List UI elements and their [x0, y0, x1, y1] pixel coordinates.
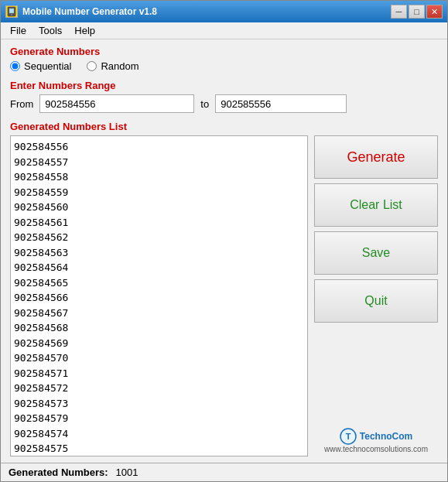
quit-button[interactable]: Quit — [314, 279, 438, 323]
menu-file[interactable]: File — [4, 23, 32, 38]
minimize-button[interactable]: ─ — [391, 5, 407, 19]
sequential-option[interactable]: Sequential — [10, 60, 71, 72]
range-row: From to — [10, 91, 438, 116]
generate-title: Generate Numbers — [10, 46, 438, 57]
random-radio[interactable] — [87, 61, 97, 71]
status-bar: Generated Numbers: 1001 — [1, 463, 447, 481]
main-content: Generate Numbers Sequential Random Enter… — [1, 39, 447, 463]
svg-rect-1 — [9, 9, 14, 13]
list-item: 902584565 — [14, 275, 304, 291]
mode-selection: Sequential Random — [10, 57, 438, 75]
list-item: 902584567 — [14, 306, 304, 321]
generate-section: Generate Numbers Sequential Random — [10, 46, 438, 75]
menu-tools[interactable]: Tools — [32, 23, 68, 38]
list-item: 902584564 — [14, 260, 304, 275]
list-item: 902584558 — [14, 169, 304, 185]
window-controls: ─ □ ✕ — [391, 5, 443, 19]
list-item: 902584560 — [14, 200, 304, 215]
title-bar: Mobile Number Generator v1.8 ─ □ ✕ — [1, 1, 447, 22]
range-section: Enter Numbers Range From to — [10, 80, 438, 116]
from-input[interactable] — [39, 94, 194, 113]
app-window: Mobile Number Generator v1.8 ─ □ ✕ File … — [0, 0, 448, 482]
sequential-radio[interactable] — [10, 61, 20, 71]
range-title: Enter Numbers Range — [10, 80, 438, 91]
random-option[interactable]: Random — [87, 60, 139, 72]
list-section: Generated Numbers List 90258455690258455… — [10, 121, 438, 456]
clear-list-button[interactable]: Clear List — [314, 183, 438, 227]
from-label: From — [10, 98, 33, 110]
list-item: 902584570 — [14, 350, 304, 366]
list-item: 902584559 — [14, 185, 304, 200]
list-item: 902584571 — [14, 366, 304, 381]
menu-help[interactable]: Help — [68, 23, 101, 38]
list-item: 902584563 — [14, 245, 304, 261]
list-and-buttons: 9025845569025845579025845589025845599025… — [10, 135, 438, 456]
status-label: Generated Numbers: — [9, 467, 108, 478]
brand-name: TechnoCom — [360, 431, 412, 442]
list-item: 902584568 — [14, 320, 304, 336]
menu-bar: File Tools Help — [1, 22, 447, 39]
window-title: Mobile Number Generator v1.8 — [22, 6, 386, 17]
logo-area: T TechnoCom www.technocomsolutions.com — [314, 425, 438, 456]
status-value: 1001 — [116, 467, 139, 478]
list-item: 902584569 — [14, 336, 304, 351]
generate-button[interactable]: Generate — [314, 135, 438, 179]
list-item: 902584557 — [14, 155, 304, 170]
svg-text:T: T — [345, 432, 351, 441]
random-label: Random — [101, 60, 139, 72]
buttons-column: Generate Clear List Save Quit T TechnoCo… — [314, 135, 438, 456]
list-title: Generated Numbers List — [10, 121, 438, 132]
list-item: 902584556 — [14, 139, 304, 155]
to-input[interactable] — [215, 94, 347, 113]
save-button[interactable]: Save — [314, 231, 438, 275]
list-item: 902584574 — [14, 426, 304, 442]
list-item: 902584579 — [14, 411, 304, 426]
list-item: 902584566 — [14, 290, 304, 306]
maximize-button[interactable]: □ — [409, 5, 425, 19]
svg-point-2 — [11, 14, 12, 15]
list-item: 902584573 — [14, 396, 304, 412]
list-item: 902584576 — [14, 456, 304, 457]
website-url: www.technocomsolutions.com — [324, 445, 428, 453]
list-item: 902584562 — [14, 230, 304, 245]
app-icon — [5, 5, 18, 18]
list-item: 902584561 — [14, 215, 304, 231]
to-label: to — [200, 98, 209, 110]
close-button[interactable]: ✕ — [426, 5, 443, 19]
list-item: 902584575 — [14, 441, 304, 456]
logo-icon: T — [340, 428, 357, 445]
sequential-label: Sequential — [24, 60, 71, 72]
number-list[interactable]: 9025845569025845579025845589025845599025… — [10, 135, 308, 456]
list-item: 902584572 — [14, 381, 304, 396]
